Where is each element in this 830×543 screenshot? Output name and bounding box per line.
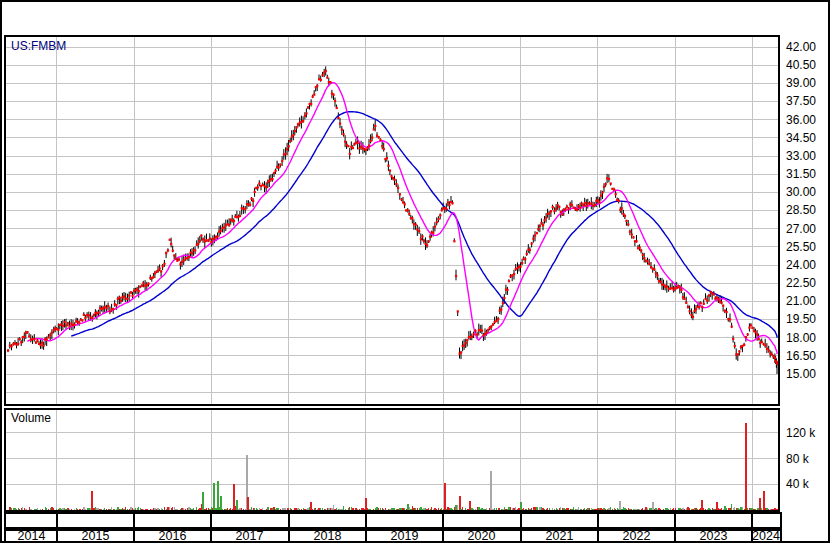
- volume-bar: [125, 507, 126, 510]
- candle-close-mark: [109, 310, 111, 312]
- candle-close-mark: [486, 331, 488, 333]
- volume-bar: [770, 509, 771, 510]
- candle-close-mark: [692, 316, 694, 318]
- candle-close-mark: [202, 238, 204, 240]
- volume-bar: [687, 507, 688, 510]
- candle-close-mark: [304, 115, 306, 117]
- volume-bar: [24, 508, 25, 510]
- candle-close-mark: [610, 183, 612, 185]
- volume-bar: [56, 509, 57, 510]
- candle-close-mark: [631, 234, 633, 236]
- volume-bar: [178, 510, 179, 511]
- volume-bar: [755, 509, 756, 510]
- volume-bar: [723, 509, 724, 510]
- volume-bar: [43, 510, 44, 511]
- volume-bar: [417, 508, 418, 510]
- year-label: 2014: [6, 530, 57, 542]
- candle-close-mark: [325, 70, 327, 72]
- volume-bar: [180, 509, 181, 510]
- volume-bar: [610, 507, 611, 510]
- candle-close-mark: [555, 208, 557, 210]
- candle-close-mark: [289, 140, 291, 142]
- candle-close-mark: [200, 235, 202, 237]
- volume-bar: [109, 509, 110, 510]
- candle-close-mark: [395, 183, 397, 185]
- candle-close-mark: [743, 344, 745, 346]
- candle-close-mark: [142, 282, 144, 284]
- candle-close-mark: [271, 178, 273, 180]
- volume-bar: [150, 509, 151, 510]
- volume-bar: [736, 508, 737, 510]
- candle-close-mark: [336, 107, 338, 109]
- volume-bar: [99, 509, 100, 510]
- candle-close-mark: [582, 204, 584, 206]
- volume-bar: [153, 508, 154, 510]
- candle-close-mark: [209, 238, 211, 240]
- volume-bar: [675, 508, 676, 510]
- volume-bar: [504, 507, 505, 510]
- price-axis-label: 16.50: [786, 349, 816, 363]
- volume-bar: [45, 507, 46, 510]
- volume-bar: [450, 508, 451, 510]
- volume-bar: [580, 509, 581, 510]
- candle-close-mark: [373, 128, 375, 130]
- volume-bar: [603, 508, 604, 510]
- candle-close-mark: [738, 350, 740, 352]
- volume-bar: [65, 509, 66, 510]
- volume-bar: [229, 509, 230, 510]
- volume-bar: [745, 423, 747, 510]
- candle-close-mark: [550, 210, 552, 212]
- volume-bar: [617, 508, 618, 510]
- candle-close-mark: [721, 302, 723, 304]
- volume-bar: [583, 509, 584, 510]
- candle-close-mark: [128, 295, 130, 297]
- year-label: 2023: [675, 530, 752, 542]
- volume-bar: [615, 509, 616, 510]
- candle-close-mark: [428, 240, 430, 242]
- volume-chart-panel: Volume: [4, 408, 780, 512]
- candle-close-mark: [756, 333, 758, 335]
- year-divider: [56, 514, 58, 527]
- candle-close-mark: [11, 345, 13, 347]
- volume-bar: [728, 508, 729, 510]
- candle-close-mark: [46, 339, 48, 341]
- year-label: 2022: [598, 530, 675, 542]
- candle-close-mark: [17, 343, 19, 345]
- volume-bar: [407, 504, 409, 510]
- volume-bar: [658, 508, 659, 510]
- candle-close-mark: [648, 263, 650, 265]
- candle-close-mark: [432, 232, 434, 234]
- volume-bar: [247, 497, 249, 510]
- candle-close-mark: [41, 342, 43, 344]
- candle-close-mark: [447, 201, 449, 203]
- volume-bar: [187, 508, 188, 510]
- volume-bar: [325, 509, 326, 510]
- volume-bar: [294, 508, 295, 510]
- volume-bar: [172, 507, 173, 510]
- volume-bar: [570, 509, 571, 510]
- volume-bar: [146, 509, 147, 510]
- volume-bar: [372, 510, 373, 511]
- volume-bar: [477, 507, 478, 510]
- volume-bar: [259, 508, 260, 510]
- volume-bar: [18, 508, 19, 510]
- candle-close-mark: [625, 220, 627, 222]
- candle-close-mark: [776, 362, 778, 364]
- volume-bar: [531, 508, 532, 510]
- volume-bar: [267, 507, 268, 510]
- volume-bar: [304, 509, 305, 510]
- candle-close-mark: [334, 100, 336, 102]
- candle-close-mark: [701, 306, 703, 308]
- candle-close-mark: [639, 247, 641, 249]
- volume-bar: [673, 508, 674, 510]
- volume-bar: [406, 509, 407, 510]
- candle-close-mark: [112, 308, 114, 310]
- volume-bar: [161, 508, 162, 510]
- volume-bar: [654, 509, 655, 510]
- volume-bar: [95, 507, 96, 510]
- candle-close-mark: [84, 317, 86, 319]
- candle-close-mark: [244, 208, 246, 210]
- candle-close-mark: [561, 213, 563, 215]
- volume-bar: [59, 508, 60, 510]
- price-axis-label: 24.00: [786, 258, 816, 272]
